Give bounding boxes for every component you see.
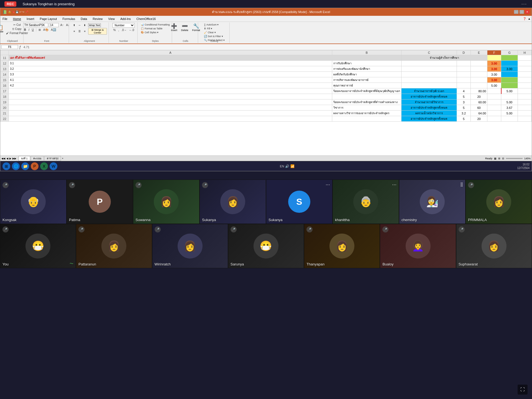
paste-button[interactable]: 📋 Paste [0,24,4,34]
maximize-button[interactable]: □ [520,10,524,14]
cell-d16[interactable] [457,83,471,88]
col-header-g[interactable]: G [501,50,518,55]
cell-a22[interactable] [9,116,332,122]
cell-g12[interactable] [501,61,518,66]
cell-d18[interactable]: 5 [457,94,471,99]
cell-b15[interactable]: การบริหารและพัฒนาอาจารย์ [332,77,401,83]
name-box[interactable] [1,45,18,49]
cell-c12[interactable] [401,61,457,66]
cell-a20[interactable] [9,105,332,111]
sort-filter-button[interactable]: 🔃 Sort & Filter ▾ [203,35,224,38]
cell-c11[interactable]: จำนวนผู้สำเร็จการศึกษา [401,55,487,61]
cell-c15[interactable] [401,77,457,83]
cell-d19[interactable]: 3 [457,99,471,105]
cell-e19[interactable]: 60.00 [471,99,487,105]
start-button[interactable]: ⊞ [2,162,10,170]
percent-button[interactable]: % [112,28,117,32]
cell-g17[interactable]: 5.00 [501,88,518,94]
sheet-nav-right[interactable]: ▶▶ [12,157,16,160]
cell-h20[interactable] [518,105,532,111]
cell-f22[interactable] [487,116,501,122]
cell-h12[interactable] [518,61,532,66]
view-pagebreak-icon[interactable]: ⊟ [502,157,504,160]
cell-b16[interactable]: คุณภาพอาจารย์ [332,83,401,88]
cell-h15[interactable] [518,77,532,83]
taskbar-word[interactable]: W [50,162,57,170]
menu-addins[interactable]: Add-Ins [119,17,132,21]
col-header-h[interactable]: H [518,50,532,55]
cell-a18[interactable] [9,94,332,99]
conditional-formatting-button[interactable]: 📊 Conditional Formatting [140,23,170,26]
fill-button[interactable]: ⬇ Fill ▾ [203,27,213,30]
cell-a14[interactable]: 3.3 [9,72,332,77]
col-header-e[interactable]: E [471,50,487,55]
cell-h13[interactable] [518,66,532,72]
cell-b20[interactable]: วิชาการ [332,105,401,111]
cell-a17[interactable] [9,88,332,94]
cell-e16[interactable] [471,83,487,88]
cell-a16[interactable]: 4.2 [9,83,332,88]
fullscreen-button[interactable]: ⛶ [518,385,528,395]
ribbon-collapse-icon[interactable]: ▲ [528,17,531,20]
menu-chemoffice[interactable]: ChemOffice16 [135,17,157,21]
merge-center-button[interactable]: ⊞ Merge & Center [88,28,107,35]
cell-b19[interactable]: ร้อยละของอาจารย์ประจำหลักสูตรที่ดำรงตำแห… [332,99,401,105]
increase-decimal-button[interactable]: .0→ [121,28,127,32]
cell-f19[interactable] [487,99,501,105]
more-options-button[interactable]: ⋯ [521,1,528,7]
cell-b18[interactable] [332,94,401,99]
minimize-button[interactable]: — [514,10,518,14]
menu-data[interactable]: Data [80,17,88,21]
cell-g18[interactable] [501,94,518,99]
cell-f13[interactable]: 3.00 [487,66,501,72]
cell-f15[interactable]: 3.00 [487,77,501,83]
cell-f17[interactable] [487,88,501,94]
cell-f11[interactable] [487,55,501,61]
cell-e12[interactable] [471,61,487,66]
align-left-button[interactable]: ≡ [72,29,77,34]
italic-button[interactable]: I [28,28,30,32]
underline-button[interactable]: U [31,28,35,32]
fill-color-button[interactable]: A🎨 [42,28,49,32]
cell-a13[interactable]: 3.2 [9,66,332,72]
sheet-tab-2[interactable]: คะแนน [31,156,44,161]
cell-f16[interactable]: 5.00 [487,83,501,88]
comma-button[interactable]: , [117,28,120,32]
cell-b22[interactable] [332,116,401,122]
insert-button[interactable]: ➕ Insert [170,23,178,32]
cell-c20[interactable]: อาจารย์ประจำหลักสูตรทั้งหมด [401,105,457,111]
col-header-f[interactable]: F [487,50,501,55]
cell-a15[interactable]: 4.1 [9,77,332,83]
col-header-b[interactable]: B [332,50,401,55]
cell-g15[interactable] [501,77,518,83]
cell-e21[interactable]: 64.00 [471,111,487,116]
cell-g20[interactable]: 3.67 [501,105,518,111]
cell-h18[interactable] [518,94,532,99]
cell-d22[interactable]: 5 [457,116,471,122]
cell-b14[interactable]: ผลที่เกิดกับนักศึกษา [332,72,401,77]
cell-a11[interactable]: เอก ที่ได้รับการตีพิมพ์เผยแพร่ [9,55,401,61]
taskbar-powerpoint[interactable]: P [31,162,39,170]
menu-review[interactable]: Review [91,17,104,21]
cell-c22[interactable]: อาจารย์ประจำหลักสูตรทั้งหมด [401,116,457,122]
cell-h14[interactable] [518,72,532,77]
menu-formulas[interactable]: Formulas [61,17,76,21]
cell-h19[interactable] [518,99,532,105]
cell-a19[interactable] [9,99,332,105]
sheet-add-button[interactable]: + [62,157,63,160]
align-right-button[interactable]: ≡ [82,29,87,34]
align-middle-button[interactable]: ↔ [77,23,82,27]
align-center-button[interactable]: ☰ [77,29,82,34]
cell-c21[interactable]: ผลรวมน้ำหนักวิชาการ [401,111,457,116]
font-color-button[interactable]: A🔤 [50,28,57,32]
cell-b13[interactable]: การส่งเสริมและพัฒนานักศึกษา [332,66,401,72]
decrease-decimal-button[interactable]: ←.0 [128,28,135,32]
sheet-nav-next[interactable]: ▶ [9,157,11,160]
cell-f18[interactable] [487,94,501,99]
cell-e22[interactable]: 20 [471,116,487,122]
cell-d15[interactable] [457,77,471,83]
cell-a21[interactable] [9,111,332,116]
zoom-slider[interactable] [506,158,523,159]
close-button[interactable]: ✕ [525,10,530,14]
cell-d14[interactable] [457,72,471,77]
